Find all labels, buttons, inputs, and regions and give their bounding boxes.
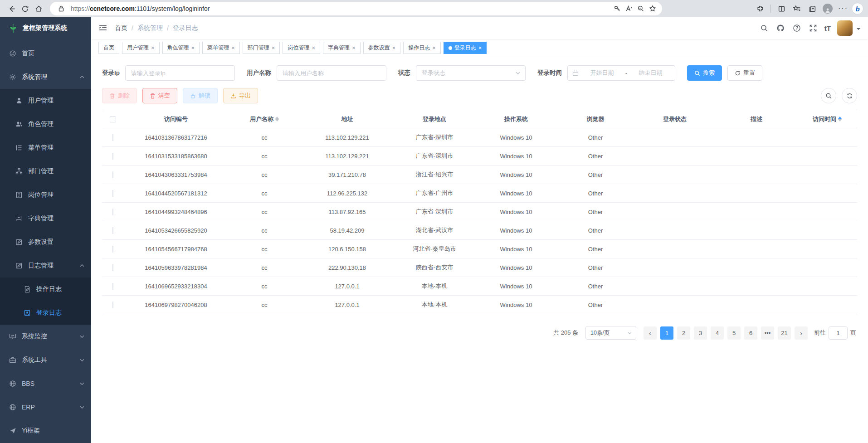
column-header[interactable]: 用户名称: [228, 115, 301, 123]
url-text[interactable]: https://ccnetcore.com:1101/system/log/lo…: [71, 5, 611, 12]
breadcrumb-item[interactable]: 系统管理: [137, 24, 163, 32]
table-refresh-icon[interactable]: [842, 88, 857, 103]
column-header[interactable]: 描述: [716, 115, 797, 123]
page-button[interactable]: 4: [711, 326, 724, 340]
page-button[interactable]: 5: [727, 326, 741, 340]
split-screen-icon[interactable]: [775, 2, 788, 15]
close-icon[interactable]: ×: [432, 45, 436, 51]
row-checkbox[interactable]: [112, 283, 113, 290]
row-checkbox[interactable]: [112, 246, 113, 253]
sidebar-item-dict[interactable]: 字典管理: [0, 207, 91, 230]
table-search-icon[interactable]: [821, 88, 836, 103]
sidebar-item-erp[interactable]: ERP: [0, 395, 91, 419]
close-icon[interactable]: ×: [312, 45, 315, 51]
fullscreen-icon[interactable]: [808, 23, 818, 33]
tab-oplog[interactable]: 操作日志 ×: [403, 42, 441, 54]
page-button[interactable]: 6: [744, 326, 757, 340]
user-name-input[interactable]: [277, 65, 386, 81]
sort-icon[interactable]: [838, 117, 842, 122]
last-page-button[interactable]: 21: [778, 326, 791, 340]
date-range-picker[interactable]: 开始日期 - 结束日期: [567, 65, 675, 81]
clear-button[interactable]: 清空: [142, 88, 177, 103]
collapse-sidebar-icon[interactable]: [98, 23, 108, 33]
select-all-checkbox[interactable]: [110, 116, 116, 122]
sidebar-item-dept[interactable]: 部门管理: [0, 160, 91, 183]
row-checkbox[interactable]: [112, 264, 113, 271]
read-aloud-icon[interactable]: [623, 3, 635, 15]
avatar-caret-icon[interactable]: [856, 26, 861, 30]
close-icon[interactable]: ×: [392, 45, 396, 51]
more-pages-button[interactable]: •••: [761, 326, 774, 340]
row-checkbox[interactable]: [112, 209, 113, 215]
sidebar-item-system[interactable]: 系统管理: [0, 65, 91, 89]
favorites-icon[interactable]: [790, 2, 804, 15]
row-checkbox[interactable]: [112, 302, 113, 308]
search-icon[interactable]: [759, 23, 769, 33]
copilot-icon[interactable]: b: [852, 3, 863, 15]
column-header[interactable]: 登录地点: [394, 115, 475, 123]
sidebar-item-monitor[interactable]: 系统监控: [0, 325, 91, 348]
tab-menu[interactable]: 菜单管理 ×: [202, 42, 240, 54]
sidebar-item-home[interactable]: 首页: [0, 42, 91, 65]
sidebar-item-menu[interactable]: 菜单管理: [0, 136, 91, 160]
sidebar-item-tools[interactable]: 系统工具: [0, 348, 91, 372]
close-icon[interactable]: ×: [272, 45, 275, 51]
back-icon[interactable]: [5, 2, 18, 15]
sidebar-item-role[interactable]: 角色管理: [0, 112, 91, 136]
font-size-icon[interactable]: tT: [824, 24, 831, 32]
app-logo[interactable]: 意框架管理系统: [0, 17, 91, 39]
status-select[interactable]: 登录状态: [416, 65, 526, 81]
browser-menu-icon[interactable]: ···: [836, 2, 850, 15]
sidebar-item-param[interactable]: 参数设置: [0, 230, 91, 254]
prev-page-button[interactable]: ‹: [644, 326, 657, 340]
sidebar-item-yi[interactable]: Yi框架: [0, 419, 91, 443]
close-icon[interactable]: ×: [151, 45, 155, 51]
page-button[interactable]: 3: [694, 326, 707, 340]
sidebar-item-user[interactable]: 用户管理: [0, 89, 91, 112]
collections-icon[interactable]: [805, 2, 819, 15]
tab-post[interactable]: 岗位管理 ×: [283, 42, 320, 54]
unlock-button[interactable]: 解锁: [183, 88, 218, 103]
page-button[interactable]: 1: [660, 326, 673, 340]
row-checkbox[interactable]: [112, 171, 113, 178]
column-header[interactable]: 访问时间: [797, 115, 857, 123]
lock-icon[interactable]: [55, 3, 67, 15]
reload-icon[interactable]: [18, 2, 32, 15]
sidebar-item-loginlog[interactable]: 登录日志: [0, 301, 91, 325]
search-button[interactable]: 搜索: [687, 65, 722, 81]
goto-page-input[interactable]: [829, 326, 848, 340]
close-icon[interactable]: ×: [191, 45, 195, 51]
column-header[interactable]: 操作系统: [475, 115, 557, 123]
sidebar-item-post[interactable]: 岗位管理: [0, 183, 91, 207]
tab-loginlog[interactable]: 登录日志 ×: [444, 42, 487, 54]
tab-param[interactable]: 参数设置 ×: [363, 42, 401, 54]
github-icon[interactable]: [775, 23, 785, 33]
row-checkbox[interactable]: [112, 227, 113, 234]
profile-avatar[interactable]: [821, 2, 834, 15]
column-header[interactable]: 访问编号: [124, 115, 228, 123]
start-date-placeholder[interactable]: 开始日期: [582, 69, 622, 77]
tab-dept[interactable]: 部门管理 ×: [243, 42, 280, 54]
tab-dict[interactable]: 字典管理 ×: [323, 42, 361, 54]
tab-home[interactable]: 首页: [98, 42, 119, 54]
extensions-icon[interactable]: [753, 2, 767, 15]
login-ip-input[interactable]: [125, 65, 235, 81]
favorite-add-icon[interactable]: [647, 3, 658, 15]
page-button[interactable]: 2: [677, 326, 690, 340]
home-icon[interactable]: [32, 2, 45, 15]
row-checkbox[interactable]: [112, 153, 113, 160]
row-checkbox[interactable]: [112, 134, 113, 141]
sidebar-item-log[interactable]: 日志管理: [0, 254, 91, 277]
address-bar[interactable]: https://ccnetcore.com:1101/system/log/lo…: [50, 2, 662, 15]
end-date-placeholder[interactable]: 结束日期: [631, 69, 670, 77]
password-key-icon[interactable]: [611, 3, 623, 15]
help-icon[interactable]: [792, 23, 802, 33]
breadcrumb-item[interactable]: 登录日志: [173, 24, 198, 32]
reset-button[interactable]: 重置: [727, 65, 762, 81]
sidebar-item-bbs[interactable]: BBS: [0, 372, 91, 395]
next-page-button[interactable]: ›: [795, 326, 808, 340]
breadcrumb-item[interactable]: 首页: [115, 24, 127, 32]
close-icon[interactable]: ×: [478, 45, 482, 51]
tab-role[interactable]: 角色管理 ×: [162, 42, 200, 54]
tab-user[interactable]: 用户管理 ×: [122, 42, 160, 54]
